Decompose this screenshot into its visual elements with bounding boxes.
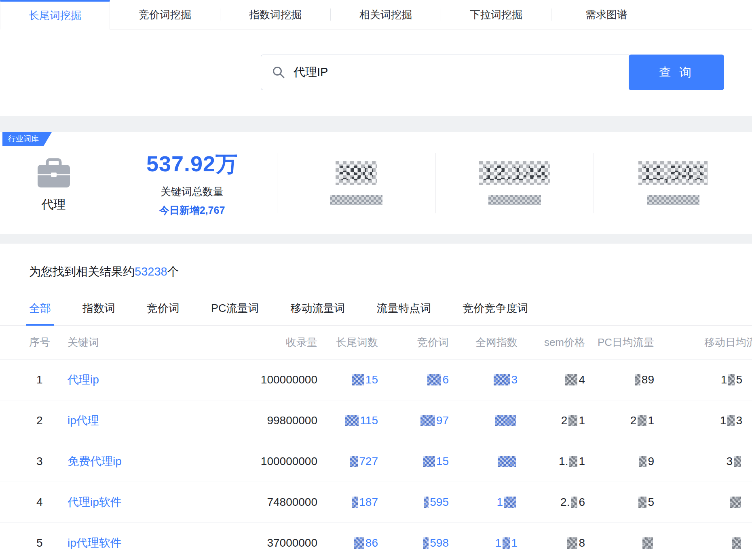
table-row: 2ip代理9980000011597212113: [0, 400, 752, 441]
redacted-stat: 12,144: [436, 161, 594, 205]
cell-bid-words: 595: [378, 496, 449, 509]
search-button[interactable]: 查 询: [629, 55, 724, 90]
nav-tab-4[interactable]: 相关词挖掘: [331, 0, 441, 29]
cell-collection: 100000000: [220, 455, 317, 468]
cell-longtail-count: 15: [317, 373, 378, 386]
cell-sem-price: 4: [518, 373, 585, 386]
cell-sem-price: 2.6: [518, 496, 585, 509]
mosaic-redaction: [639, 456, 646, 467]
cell-net-index: 1: [449, 496, 518, 509]
mosaic-redaction: [423, 456, 435, 467]
filter-tab-5[interactable]: 移动流量词: [291, 301, 345, 325]
table-row: 4代理ip软件7480000018759512.65: [0, 482, 752, 523]
mosaic-redaction: [571, 497, 577, 508]
cell-index: 3: [29, 455, 68, 468]
mosaic-redaction: [352, 374, 364, 385]
table-row: 5ip代理软件3700000086598118: [0, 523, 752, 560]
cell-net-index: [449, 455, 518, 468]
filter-tab-2[interactable]: 指数词: [82, 301, 115, 325]
cell-keyword: 代理ip: [68, 372, 220, 387]
cell-mobile-traffic: 15: [654, 373, 752, 386]
mosaic-redaction: [352, 497, 358, 508]
nav-tab-2[interactable]: 竞价词挖掘: [110, 0, 220, 29]
col-header-7: sem价格: [518, 335, 585, 349]
col-header-4: 长尾词数: [317, 335, 378, 349]
cell-bid-words: 6: [378, 373, 449, 386]
cell-longtail-count: 187: [317, 496, 378, 509]
nav-tab-1[interactable]: 长尾词挖掘: [0, 0, 110, 29]
nav-tab-6[interactable]: 需求图谱: [551, 0, 661, 29]
filter-tab-1[interactable]: 全部: [29, 301, 51, 325]
cell-index: 2: [29, 414, 68, 427]
keyword-link[interactable]: 代理ip软件: [68, 496, 122, 508]
col-header-2: 关键词: [68, 335, 220, 349]
nav-tab-3[interactable]: 指数词挖掘: [220, 0, 330, 29]
col-header-5: 竞价词: [378, 335, 449, 349]
redacted-stat-label: [488, 195, 541, 205]
col-header-6: 全网指数: [449, 335, 518, 349]
cell-keyword: ip代理软件: [68, 535, 220, 551]
mosaic-redaction: [498, 456, 516, 467]
table-row: 3免费代理ip100000000727151.193: [0, 441, 752, 482]
keyword-link[interactable]: ip代理软件: [68, 537, 122, 549]
filter-tab-6[interactable]: 流量特点词: [377, 301, 431, 325]
search-input[interactable]: [293, 65, 619, 80]
mosaic-redaction: [734, 456, 741, 467]
mosaic-redaction: [504, 497, 516, 508]
results-card: 为您找到相关结果约53238个 全部指数词竞价词PC流量词移动流量词流量特点词竞…: [0, 244, 752, 560]
col-header-3: 收录量: [220, 335, 317, 349]
col-header-1: 序号: [29, 335, 68, 349]
nav-tabs: 长尾词挖掘竞价词挖掘指数词挖掘相关词挖掘下拉词挖掘需求图谱: [0, 0, 752, 29]
redacted-stat: 590: [277, 161, 435, 205]
mosaic-redaction: [727, 415, 735, 426]
today-new-line: 今日新增2,767: [107, 204, 277, 217]
cell-sem-price: 21: [518, 414, 585, 427]
mosaic-redaction: [424, 497, 429, 508]
cell-collection: 74800000: [220, 496, 317, 509]
mosaic-redaction: [638, 497, 646, 508]
cell-longtail-count: 727: [317, 455, 378, 468]
cell-mobile-traffic: 3: [654, 455, 752, 468]
industry-name: 代理: [42, 196, 66, 213]
mosaic-redaction: [565, 374, 577, 385]
redacted-stat-value: 12,144: [482, 161, 547, 185]
industry-stats-card: 行业词库 代理 537.92万 关键词总数量 今日新增2,767 59012,1…: [0, 132, 752, 234]
cell-keyword: ip代理: [68, 413, 220, 428]
cell-mobile-traffic: [654, 537, 752, 549]
cell-pc-traffic: 9: [585, 455, 654, 468]
search-box: 查 询: [261, 55, 724, 90]
table-body: 1代理ip1000000001563489152ip代理998000001159…: [0, 360, 752, 560]
redacted-stat-value: 11,543: [642, 161, 705, 185]
filter-tabs: 全部指数词竞价词PC流量词移动流量词流量特点词竞价竞争度词: [0, 301, 752, 326]
industry-column: 代理: [0, 158, 107, 213]
industry-badge: 行业词库: [2, 132, 52, 146]
cell-pc-traffic: [585, 537, 654, 549]
top-card: 长尾词挖掘竞价词挖掘指数词挖掘相关词挖掘下拉词挖掘需求图谱 查 询: [0, 0, 752, 116]
keyword-link[interactable]: ip代理: [68, 414, 99, 427]
mosaic-redaction: [494, 374, 510, 385]
cell-collection: 100000000: [220, 373, 317, 386]
search-field: [261, 55, 629, 90]
col-header-8: PC日均流量: [585, 335, 654, 349]
filter-tab-3[interactable]: 竞价词: [147, 301, 180, 325]
table-header-row: 序号关键词收录量长尾词数竞价词全网指数sem价格PC日均流量移动日均流量: [0, 326, 752, 360]
mosaic-redaction: [420, 415, 435, 426]
redacted-stat-value: 590: [339, 161, 374, 185]
cell-longtail-count: 86: [317, 537, 378, 549]
keyword-link[interactable]: 代理ip: [68, 373, 99, 386]
filter-tab-7[interactable]: 竞价竞争度词: [463, 301, 528, 325]
redacted-stat-label: [330, 195, 382, 205]
today-new-value: 2,767: [200, 204, 225, 216]
cell-bid-words: 97: [378, 414, 449, 427]
filter-tab-4[interactable]: PC流量词: [211, 301, 259, 325]
cell-collection: 37000000: [220, 537, 317, 549]
cell-index: 4: [29, 496, 68, 509]
mosaic-redaction: [345, 415, 359, 426]
keyword-link[interactable]: 免费代理ip: [68, 455, 122, 467]
cell-keyword: 代理ip软件: [68, 495, 220, 510]
nav-tab-5[interactable]: 下拉词挖掘: [441, 0, 551, 29]
mosaic-redaction: [336, 161, 377, 185]
cell-mobile-traffic: [654, 496, 752, 509]
results-table: 序号关键词收录量长尾词数竞价词全网指数sem价格PC日均流量移动日均流量 1代理…: [0, 326, 752, 560]
cell-index: 5: [29, 537, 68, 549]
